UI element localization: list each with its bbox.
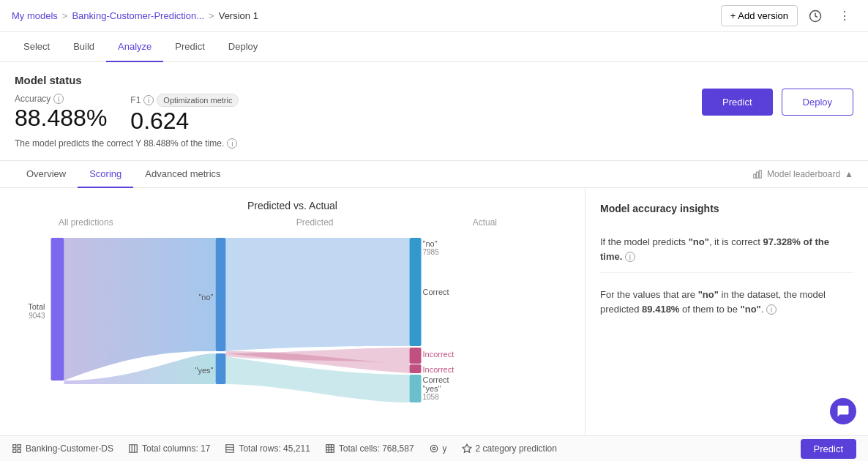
predict-button-statusbar[interactable]: Predict (801, 439, 856, 459)
description-info-icon[interactable]: i (227, 138, 237, 149)
top-header: My models > Banking-Customer-Prediction.… (0, 0, 868, 32)
yes-actual-value: 1058 (423, 393, 440, 401)
chart-labels: All predictions Predicted Actual (0, 217, 585, 228)
yes-correct-label: Correct (423, 375, 449, 384)
dataset-icon (12, 443, 22, 454)
breadcrumb-version: Version 1 (219, 10, 258, 21)
sub-tab-advanced[interactable]: Advanced metrics (133, 161, 232, 188)
more-button[interactable]: ⋮ (833, 4, 856, 28)
tab-predict[interactable]: Predict (163, 32, 216, 62)
insights-title: Model accuracy insights (600, 203, 853, 214)
insight-card-2: For the values that are "no" in the data… (600, 279, 853, 325)
accuracy-metric: Accuracy i 88.488% (15, 94, 107, 131)
status-cells: Total cells: 768,587 (325, 443, 414, 454)
f1-value: 0.624 (130, 108, 239, 134)
insight1-info-icon[interactable]: i (625, 252, 635, 262)
no-predicted-label: "no" (198, 293, 213, 301)
insight2-info-icon[interactable]: i (766, 304, 777, 315)
svg-rect-6 (18, 449, 20, 452)
insight-text-1: If the model predicts "no", it is correc… (600, 235, 853, 263)
dataset-name: Banking-Customer-DS (26, 443, 113, 454)
incorrect-bar (410, 348, 422, 364)
yes-incorrect-bar (410, 364, 422, 373)
sub-tabs: Overview Scoring Advanced metrics Model … (0, 161, 868, 188)
tab-build[interactable]: Build (61, 32, 106, 62)
svg-rect-2 (757, 172, 759, 178)
yes-actual-label: "yes" (423, 384, 441, 393)
columns-icon (128, 443, 138, 454)
category-label: 2 category prediction (476, 443, 557, 454)
model-status-section: Model status Accuracy i 88.488% F1 i Opt… (0, 62, 868, 161)
f1-info-icon[interactable]: i (143, 95, 154, 105)
category-icon (462, 443, 472, 454)
yes-incorrect-label: Incorrect (423, 365, 454, 374)
f1-label: F1 i Optimization metric (130, 94, 239, 107)
breadcrumb-my-models[interactable]: My models (12, 10, 58, 21)
predict-button-main[interactable]: Predict (702, 89, 772, 116)
svg-marker-11 (463, 444, 471, 452)
no-correct-bar (410, 238, 422, 346)
main-content: Predicted vs. Actual All predictions Pre… (0, 188, 868, 437)
rows-icon (225, 443, 235, 454)
yes-predicted-label: "yes" (195, 366, 214, 375)
status-dataset: Banking-Customer-DS (12, 443, 113, 454)
total-label-text: Total (28, 302, 45, 311)
svg-point-10 (433, 447, 435, 450)
no-correct-flow (226, 238, 410, 351)
chart-title: Predicted vs. Actual (0, 188, 585, 217)
breadcrumb-model-name[interactable]: Banking-Customer-Prediction... (72, 10, 204, 21)
rows-label: Total rows: 45,211 (239, 443, 310, 454)
svg-rect-5 (18, 445, 20, 448)
svg-rect-7 (13, 449, 16, 452)
total-value-text: 9043 (29, 312, 45, 320)
accuracy-info-icon[interactable]: i (53, 94, 64, 104)
label-predicted: Predicted (296, 217, 334, 228)
cells-label: Total cells: 768,587 (339, 443, 414, 454)
more-icon: ⋮ (839, 9, 850, 23)
svg-rect-1 (754, 174, 756, 178)
history-button[interactable] (804, 4, 827, 28)
breadcrumb-sep1: > (62, 10, 68, 21)
breadcrumb-sep2: > (209, 10, 214, 21)
svg-rect-8 (326, 445, 334, 453)
model-status-title: Model status (15, 74, 239, 86)
add-version-button[interactable]: + Add version (721, 5, 798, 26)
status-columns: Total columns: 17 (128, 443, 210, 454)
cells-icon (325, 443, 335, 454)
history-icon (809, 10, 822, 23)
metrics-row: Accuracy i 88.488% F1 i Optimization met… (15, 94, 239, 134)
sub-tab-overview[interactable]: Overview (15, 161, 78, 188)
insight-card-1: If the model predicts "no", it is correc… (600, 226, 853, 273)
target-icon (429, 443, 439, 454)
columns-label: Total columns: 17 (142, 443, 210, 454)
status-rows: Total rows: 45,211 (225, 443, 310, 454)
header-actions: + Add version ⋮ (721, 4, 856, 28)
chat-bubble[interactable] (830, 398, 856, 424)
label-all-predictions: All predictions (59, 217, 113, 228)
model-description: The model predicts the correct Y 88.488%… (15, 138, 239, 149)
model-leaderboard-link[interactable]: Model leaderboard ▲ (752, 169, 853, 179)
svg-rect-4 (13, 445, 16, 448)
status-buttons: Predict Deploy (702, 89, 853, 116)
deploy-button-main[interactable]: Deploy (782, 89, 853, 116)
target-label: y (443, 443, 447, 454)
sub-tab-scoring[interactable]: Scoring (78, 161, 133, 188)
tab-analyze[interactable]: Analyze (106, 32, 163, 62)
model-status-left: Model status Accuracy i 88.488% F1 i Opt… (15, 74, 239, 149)
add-version-label: + Add version (730, 10, 788, 21)
status-target: y (429, 443, 447, 454)
status-bar: Banking-Customer-DS Total columns: 17 To… (0, 435, 868, 461)
nav-tabs: Select Build Analyze Predict Deploy (0, 32, 868, 62)
label-actual: Actual (473, 217, 497, 228)
tab-deploy[interactable]: Deploy (217, 32, 269, 62)
no-predicted-bar (216, 238, 226, 351)
insights-panel: Model accuracy insights If the model pre… (585, 188, 868, 437)
total-bar (51, 238, 64, 381)
yes-correct-bar (410, 375, 422, 402)
status-bar-right: Predict (801, 439, 856, 459)
collapse-icon[interactable]: ▲ (845, 169, 853, 179)
tab-select[interactable]: Select (12, 32, 61, 62)
no-actual-value: 7985 (423, 248, 440, 256)
insight-text-2: For the values that are "no" in the data… (600, 288, 853, 316)
status-category: 2 category prediction (462, 443, 557, 454)
